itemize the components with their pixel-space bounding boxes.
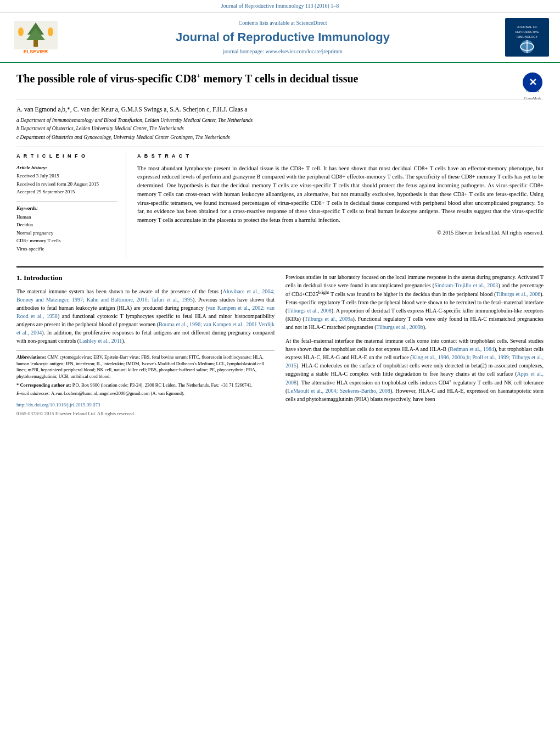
keyword-3: Normal pregnancy [16,230,117,237]
ref-tilburgs2008[interactable]: Tilburgs et al., 2008 [287,308,331,314]
keyword-1: Human [16,214,117,221]
corr-text: P.O. Box 9600 (location code: P3-24), 23… [72,382,253,388]
sciencedirect-text: Contents lists available at ScienceDirec… [71,19,494,27]
doi-text[interactable]: http://dx.doi.org/10.1016/j.jri.2015.09.… [16,402,100,408]
received-date: Received 3 July 2015 [16,172,117,180]
history-title: Article history: [16,164,117,171]
body-section: 1. Introduction The maternal immune syst… [16,266,544,419]
ref-vankampen[interactable]: van Kampen et al., 2002; van Rood et al.… [16,305,275,319]
svg-text:✕: ✕ [529,77,537,88]
section1-heading: 1. Introduction [16,273,275,283]
affiliation-b: b Department of Obstetrics, Leiden Unive… [16,125,544,132]
doi-line[interactable]: http://dx.doi.org/10.1016/j.jri.2015.09.… [16,401,275,409]
elsevier-logo: ELSEVIER [11,18,60,57]
svg-point-5 [18,27,24,36]
ref-lashley[interactable]: Lashley et al., 2011 [79,338,122,344]
corresponding-author: * Corresponding author at: P.O. Box 9600… [16,382,275,389]
crossmark-logo[interactable]: ✕ CrossMark CrossMark [522,71,544,93]
article-info-column: A R T I C L E I N F O Article history: R… [16,153,126,258]
revised-date: Received in revised form 20 August 2015 [16,181,117,188]
abstract-section: A B S T R A C T The most abundant lympho… [137,153,544,258]
journal-title: Journal of Reproductive Immunology [71,29,494,46]
journal-header-center: Contents lists available at ScienceDirec… [71,19,494,56]
keyword-5: Virus-specific [16,246,117,253]
affiliation-c: c Department of Obstetrics and Gynaecolo… [16,134,544,141]
abbrev-label: Abbreviations: [16,354,46,360]
abstract-text: The most abundant lymphocyte present in … [137,164,544,225]
main-content: The possible role of virus-specific CD8+… [0,63,560,427]
affiliation-a: a Department of Immunohematology and Blo… [16,117,544,124]
copyright-line: © 2015 Elsevier Ireland Ltd. All rights … [137,229,544,237]
article-info-abstract-section: A R T I C L E I N F O Article history: R… [16,147,544,258]
svg-text:ELSEVIER: ELSEVIER [24,49,48,54]
authors-text: A. van Egmond a,b,*, C. van der Keur a, … [16,106,247,113]
ref-king[interactable]: King et al., 1996, 2000a,b; Proll et al.… [285,354,544,369]
ref-lemaoult[interactable]: LeMaoult et al., 2004; Szekeres-Bartho, … [287,388,390,394]
journal-header: ELSEVIER Contents lists available at Sci… [0,13,560,63]
body-right-para1: Previous studies in our laboratory focus… [285,273,544,331]
footnotes-section: Abbreviations: CMV, cytomegalovirus; EBV… [16,350,275,417]
authors: A. van Egmond a,b,*, C. van der Keur a, … [16,105,544,114]
email-addresses[interactable]: A.van.Lochem@lumc.nl, angelave2000@gmail… [51,390,149,396]
keywords-title: Keywords: [16,205,117,212]
ref-apps[interactable]: Apps et al., 2008 [285,371,544,386]
journal-banner: Journal of Reproductive Immunology 113 (… [0,0,560,13]
email-label: E-mail addresses: [16,390,50,396]
abbrev-text: CMV, cytomegalovirus; EBV, Epstein-Barr … [16,354,264,380]
svg-text:CrossMark: CrossMark [526,90,540,93]
ref-bouma[interactable]: Bouma et al., 1996; van Kampen et al., 2… [16,321,275,336]
body-left-column: 1. Introduction The maternal immune syst… [16,273,275,419]
svg-text:IMMUNOLOGY: IMMUNOLOGY [517,35,538,38]
keywords-section: Keywords: Human Decidua Normal pregnancy… [16,205,117,253]
ref-tilburgs2009a[interactable]: Tilburgs et al., 2009a [305,316,353,322]
ref-tilburgs2006[interactable]: Tilburgs et al., 2006 [496,291,540,297]
article-info-title: A R T I C L E I N F O [16,153,117,160]
svg-rect-4 [33,40,38,47]
keyword-2: Decidua [16,221,117,228]
issn-line: 0165-0378/© 2015 Elsevier Ireland Ltd. A… [16,410,275,417]
article-title-text: The possible role of virus-specific CD8 [16,72,197,85]
corr-label: * Corresponding author at: [16,382,71,388]
ref-aluvihare[interactable]: Aluvihare et al., 2004; Bonney and Matzi… [16,288,275,303]
article-title: The possible role of virus-specific CD8+… [16,71,522,86]
article-title-suffix: memory T cells in decidual tissue [200,72,358,85]
article-title-section: The possible role of virus-specific CD8+… [16,71,544,99]
homepage-prefix: journal homepage: [223,48,265,54]
affiliations: a Department of Immunohematology and Blo… [16,117,544,141]
ref-tilburgs2009b[interactable]: Tilburgs et al., 2009b [377,324,423,330]
body-right-para2: At the fetal–maternal interface the mate… [285,337,544,403]
issn-text: 0165-0378/© 2015 Elsevier Ireland Ltd. A… [16,411,135,416]
ref-redman[interactable]: Redman et al., 1984 [450,346,494,352]
svg-text:JOURNAL OF: JOURNAL OF [517,25,537,29]
abstract-title: A B S T R A C T [137,153,544,160]
body-right-column: Previous studies in our laboratory focus… [285,273,544,419]
svg-text:REPRODUCTIVE: REPRODUCTIVE [515,30,539,34]
svg-point-6 [48,27,53,36]
homepage-url[interactable]: www.elsevier.com/locate/jreprimm [265,48,342,54]
journal-logo-right: JOURNAL OF REPRODUCTIVE IMMUNOLOGY [505,18,549,57]
sciencedirect-label: Contents lists available at ScienceDirec… [238,20,327,26]
ref-sindram[interactable]: Sindram-Trujillo et al., 2003 [434,282,498,288]
email-person: (A. van Egmond). [151,390,184,396]
body-left-para1: The maternal immune system has been show… [16,287,275,345]
article-history: Article history: Received 3 July 2015 Re… [16,164,117,196]
accepted-date: Accepted 29 September 2015 [16,188,117,196]
keyword-4: CD8+ memory T cells [16,237,117,244]
banner-text: Journal of Reproductive Immunology 113 (… [221,3,339,9]
journal-homepage: journal homepage: www.elsevier.com/locat… [71,48,494,55]
email-info: E-mail addresses: A.van.Lochem@lumc.nl, … [16,390,275,397]
info-divider [16,201,117,202]
abbreviations: Abbreviations: CMV, cytomegalovirus; EBV… [16,354,275,381]
